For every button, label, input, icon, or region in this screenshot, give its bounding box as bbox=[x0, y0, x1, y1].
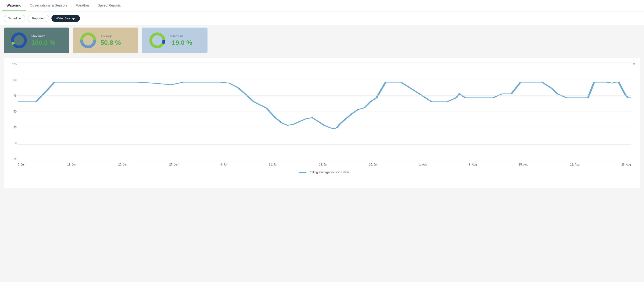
svg-point-5 bbox=[84, 36, 93, 45]
card-max-label: Maximum bbox=[31, 34, 56, 38]
x-tick: 8. Aug bbox=[469, 163, 477, 166]
donut-avg bbox=[80, 32, 96, 48]
x-tick: 27. Jun bbox=[170, 163, 178, 166]
card-max-text: Maximum 100.0 % bbox=[31, 34, 56, 46]
tab-watering[interactable]: Watering bbox=[2, 0, 26, 11]
water-savings-button[interactable]: Water Savings bbox=[52, 15, 80, 22]
schedule-button[interactable]: Schedule bbox=[4, 15, 25, 22]
card-min-value: -19.0 % bbox=[170, 39, 192, 46]
x-tick: 15. Aug bbox=[519, 163, 528, 166]
x-tick: 4. Jul bbox=[220, 163, 227, 166]
card-average: Average 50.8 % bbox=[73, 27, 138, 53]
legend-line-icon bbox=[299, 172, 306, 173]
tab-weather[interactable]: Weather bbox=[72, 0, 93, 11]
card-max-value: 100.0 % bbox=[31, 39, 56, 46]
x-tick: 29. Aug bbox=[621, 163, 631, 166]
donut-max bbox=[11, 32, 27, 48]
reported-button[interactable]: Reported bbox=[28, 15, 49, 22]
x-tick: 22. Aug bbox=[570, 163, 580, 166]
y-tick: 75 bbox=[6, 94, 16, 97]
card-min-label: Minimum bbox=[170, 34, 192, 38]
card-min-text: Minimum -19.0 % bbox=[170, 34, 192, 46]
tab-bar: Watering Observations & Sensors Weather … bbox=[0, 0, 644, 11]
x-tick: 6. Jun bbox=[18, 163, 26, 166]
svg-point-8 bbox=[152, 36, 162, 45]
card-maximum: Maximum 100.0 % bbox=[4, 27, 69, 53]
y-tick: 50 bbox=[6, 110, 16, 113]
card-minimum: Minimum -19.0 % bbox=[142, 27, 208, 53]
legend-label: Rolling average for last 7 days bbox=[308, 170, 349, 174]
tab-observations-sensors[interactable]: Observations & Sensors bbox=[26, 0, 72, 11]
x-tick: 1. Aug bbox=[419, 163, 427, 166]
card-avg-label: Average bbox=[100, 34, 121, 38]
y-axis: 125 100 75 50 25 0 -25 bbox=[6, 62, 16, 161]
svg-point-2 bbox=[14, 36, 24, 45]
x-tick: 11. Jul bbox=[269, 163, 277, 166]
stat-cards: Maximum 100.0 % Average 50.8 % Min bbox=[0, 25, 644, 55]
sub-button-bar: Schedule Reported Water Savings bbox=[0, 11, 644, 25]
tab-saved-reports[interactable]: Saved Reports bbox=[94, 0, 125, 11]
chart-area: 125 100 75 50 25 0 -25 bbox=[18, 62, 631, 161]
y-tick: -25 bbox=[6, 157, 16, 161]
chart-container: ≡ Water saving (%) 125 100 75 50 25 0 -2… bbox=[4, 58, 640, 188]
y-tick: 125 bbox=[6, 62, 16, 66]
card-avg-value: 50.8 % bbox=[100, 39, 121, 46]
card-avg-text: Average 50.8 % bbox=[100, 34, 121, 46]
y-tick: 0 bbox=[6, 141, 16, 145]
x-axis: 6. Jun 13. Jun 20. Jun 27. Jun 4. Jul 11… bbox=[18, 163, 631, 166]
x-tick: 18. Jul bbox=[319, 163, 327, 166]
x-tick: 13. Jun bbox=[67, 163, 76, 166]
donut-min bbox=[149, 32, 166, 48]
y-tick: 100 bbox=[6, 78, 16, 82]
chart-legend: Rolling average for last 7 days bbox=[18, 170, 631, 174]
chart-menu-icon[interactable]: ≡ bbox=[633, 62, 636, 67]
x-tick: 25. Jul bbox=[369, 163, 377, 166]
y-tick: 25 bbox=[6, 126, 16, 129]
x-tick: 20. Jun bbox=[118, 163, 127, 166]
